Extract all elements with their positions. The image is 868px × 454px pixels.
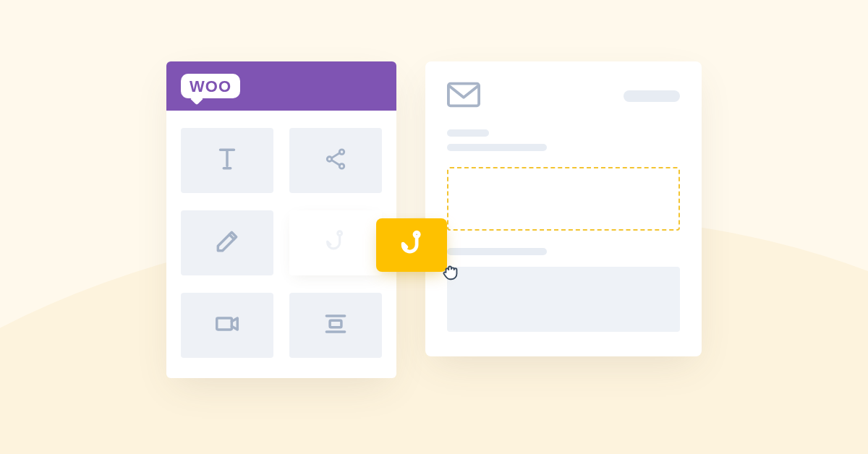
hook-icon bbox=[398, 230, 425, 260]
email-preview-panel bbox=[425, 61, 702, 356]
illustration-stage: WOO bbox=[0, 0, 868, 454]
palette-grid bbox=[166, 111, 396, 378]
hook-block-chip[interactable] bbox=[376, 218, 447, 272]
section-block-icon bbox=[322, 310, 349, 340]
placeholder-line bbox=[447, 248, 547, 255]
video-block-button[interactable] bbox=[181, 293, 273, 358]
email-body-placeholder bbox=[447, 267, 680, 332]
video-block-icon bbox=[213, 310, 241, 340]
svg-rect-6 bbox=[448, 84, 479, 106]
woo-logo: WOO bbox=[181, 74, 240, 98]
gmail-icon bbox=[447, 82, 480, 111]
share-block-icon bbox=[323, 147, 348, 174]
svg-rect-5 bbox=[330, 320, 341, 327]
hook-block-button-ghost[interactable] bbox=[289, 210, 382, 275]
email-header bbox=[447, 82, 680, 111]
block-palette-panel: WOO bbox=[166, 61, 396, 378]
email-meta-lines bbox=[447, 129, 680, 151]
placeholder-line bbox=[447, 144, 547, 151]
section-block-button[interactable] bbox=[289, 293, 382, 358]
edit-block-icon bbox=[213, 228, 241, 258]
hook-drop-zone[interactable] bbox=[447, 167, 680, 231]
text-block-button[interactable] bbox=[181, 128, 273, 193]
grab-cursor-icon bbox=[440, 260, 461, 282]
svg-rect-4 bbox=[217, 318, 232, 330]
edit-block-button[interactable] bbox=[181, 210, 273, 275]
text-block-icon bbox=[213, 145, 241, 176]
share-block-button[interactable] bbox=[289, 128, 382, 193]
hook-block-icon bbox=[323, 229, 348, 257]
palette-header: WOO bbox=[166, 61, 396, 111]
email-action-placeholder bbox=[624, 90, 680, 102]
placeholder-line bbox=[447, 129, 489, 137]
